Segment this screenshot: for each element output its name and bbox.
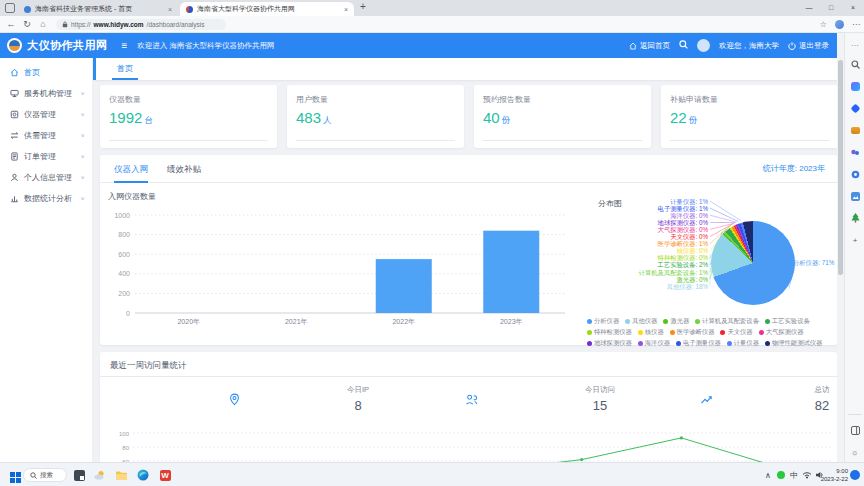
svg-text:2023年: 2023年	[500, 318, 523, 325]
legend-item[interactable]: 物理性能测试仪器	[765, 339, 822, 348]
metric-today-ip: 今日IP 8	[328, 385, 388, 413]
tab-workspace-icon[interactable]	[5, 3, 15, 13]
copilot-icon[interactable]	[845, 76, 864, 96]
legend-item[interactable]: 工艺实验设备	[765, 317, 810, 326]
people-icon[interactable]	[845, 142, 864, 162]
sidebar-item-0[interactable]: 首页	[0, 62, 92, 83]
legend-item[interactable]: 天文仪器	[720, 328, 752, 337]
pie-label: 工艺实验设备: 2%	[658, 261, 708, 268]
window-close-icon[interactable]: ×	[842, 0, 864, 16]
wps-icon[interactable]: W	[158, 468, 172, 482]
legend-item[interactable]: 核仪器	[638, 328, 664, 337]
legend-item[interactable]: 计量仪器	[727, 339, 759, 348]
legend-item[interactable]: 海洋仪器	[638, 339, 670, 348]
add-icon[interactable]: +	[845, 230, 864, 250]
tray-app-icon[interactable]	[776, 468, 786, 482]
edge-browser-icon[interactable]	[136, 468, 150, 482]
task-view-icon[interactable]	[72, 468, 86, 482]
legend-item[interactable]: 大气探测仪器	[759, 328, 804, 337]
refresh-icon[interactable]: ↻	[20, 16, 34, 33]
tab2-close-icon[interactable]: ×	[344, 6, 348, 13]
tab-performance-subsidy[interactable]: 绩效补贴	[167, 155, 201, 183]
shopping-icon[interactable]	[845, 98, 864, 118]
window-minimize-icon[interactable]: —	[798, 0, 820, 16]
metric-today-visits: 今日访问 15	[570, 385, 630, 413]
user-avatar[interactable]	[697, 39, 710, 52]
back-icon[interactable]: ←	[4, 16, 18, 33]
search-icon[interactable]	[845, 54, 864, 74]
image-creator-icon[interactable]	[845, 186, 864, 206]
pie-label-analysis: 分析仪器: 71%	[793, 259, 834, 268]
app-logo-icon	[7, 38, 22, 53]
more-options-icon[interactable]: …	[845, 33, 864, 53]
tag-home[interactable]: 首页	[112, 63, 138, 80]
logout-link[interactable]: 退出登录	[788, 41, 829, 51]
page-scrollbar[interactable]	[837, 33, 844, 462]
browser-menu-icon[interactable]: ⋯	[852, 20, 860, 29]
pie-label: 特种检测仪器: 0%	[658, 254, 708, 261]
legend-item[interactable]: 激光器	[663, 317, 689, 326]
notification-badge[interactable]	[850, 470, 860, 480]
legend-item[interactable]: 计算机及其配套设备	[695, 317, 759, 326]
wifi-icon[interactable]	[801, 468, 813, 482]
file-explorer-icon[interactable]	[114, 468, 128, 482]
browser-profile-avatar[interactable]	[835, 20, 844, 29]
scrollbar-thumb[interactable]	[838, 60, 843, 275]
svg-text:100: 100	[119, 431, 130, 437]
stat-title: 用户数量	[287, 85, 464, 105]
sidebar-item-4[interactable]: 订单管理∨	[0, 146, 92, 167]
stat-title: 预约报告数量	[474, 85, 651, 105]
browser-home-icon[interactable]: ⌂	[36, 16, 50, 33]
designer-icon[interactable]	[845, 164, 864, 184]
url-domain: www.hidyw.com	[94, 21, 144, 28]
browser-tab-1[interactable]: 海南省科技业务管理系统 - 首页 ×	[18, 2, 178, 16]
briefcase-icon[interactable]	[845, 120, 864, 140]
tree-icon[interactable]	[845, 208, 864, 228]
pie-label: 其他仪器: 18%	[667, 283, 708, 290]
url-bar[interactable]: https://www.hidyw.com/dashboard/analysis	[56, 19, 226, 30]
return-home-link[interactable]: 返回首页	[629, 41, 670, 51]
legend-item[interactable]: 地球探测仪器	[587, 339, 632, 348]
favorites-star-icon[interactable]: ☆	[820, 20, 827, 29]
svg-text:80: 80	[122, 445, 129, 451]
people-icon	[465, 392, 478, 410]
pie-label: 计量仪器: 1%	[670, 198, 708, 205]
weather-icon[interactable]	[93, 468, 107, 482]
legend-item[interactable]: 电子测量仪器	[676, 339, 721, 348]
taskbar-search-input[interactable]: 搜索	[23, 468, 67, 482]
sidebar-toggle-icon[interactable]: ≡	[122, 41, 128, 51]
legend-item[interactable]: 医学诊断仪器	[670, 328, 715, 337]
legend-item[interactable]: 其他仪器	[625, 317, 657, 326]
stat-unit: 份	[689, 115, 698, 127]
window-maximize-icon[interactable]: □	[820, 0, 842, 16]
main-panel: 仪器入网 绩效补贴 统计年度: 2023年 入网仪器数量 02004006008…	[100, 155, 837, 345]
tab2-title: 海南省大型科学仪器协作共用网	[197, 4, 340, 14]
tray-clock[interactable]: 9:00 2023-2-22	[821, 467, 848, 483]
svg-text:800: 800	[118, 231, 130, 238]
start-button[interactable]	[10, 469, 21, 486]
ime-indicator[interactable]: 中	[788, 468, 800, 482]
svg-text:600: 600	[118, 251, 130, 258]
browser-tab-2[interactable]: 海南省大型科学仪器协作共用网 ×	[180, 2, 354, 16]
sidebar-item-6[interactable]: 数据统计分析∨	[0, 188, 92, 209]
search-icon[interactable]	[679, 40, 688, 51]
legend-item[interactable]: 分析仪器	[587, 317, 619, 326]
sidebar-item-2[interactable]: 仪器管理∨	[0, 104, 92, 125]
screen: 海南省科技业务管理系统 - 首页 × 海南省大型科学仪器协作共用网 × + — …	[0, 0, 864, 486]
stats-icon	[10, 194, 19, 203]
pie-label: 天文仪器: 0%	[670, 233, 708, 240]
legend-item[interactable]: 特种检测仪器	[587, 328, 632, 337]
year-filter[interactable]: 统计年度: 2023年	[763, 155, 825, 183]
sidebar-item-1[interactable]: 服务机构管理∨	[0, 83, 92, 104]
sidebar-item-5[interactable]: 个人信息管理∨	[0, 167, 92, 188]
stat-value: 483	[296, 109, 321, 126]
tray-expand-icon[interactable]: ∧	[763, 468, 773, 482]
tab-instrument-network[interactable]: 仪器入网	[114, 155, 148, 183]
pie-label: 电子测量仪器: 1%	[658, 205, 708, 212]
sidebar-item-3[interactable]: 供需管理∨	[0, 125, 92, 146]
new-tab-button[interactable]: +	[360, 1, 366, 12]
side-panel-icon[interactable]	[845, 420, 864, 440]
tab1-close-icon[interactable]: ×	[168, 6, 172, 13]
legend-dot-icon	[638, 341, 643, 346]
settings-icon[interactable]: ☼	[845, 442, 864, 462]
